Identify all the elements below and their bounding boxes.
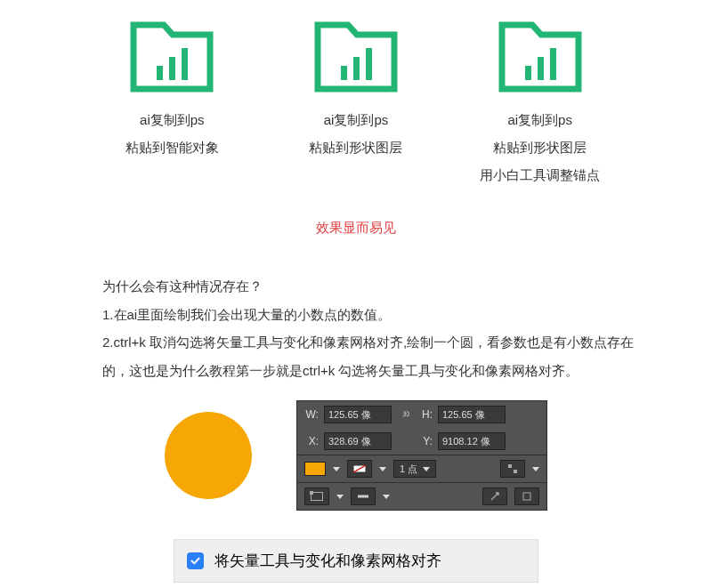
example-label: 粘贴到智能对象: [125, 140, 219, 157]
example-label: ai复制到ps: [324, 112, 389, 129]
panel-illustration-row: W: 125.65 像 H: 125.65 像 X: 328.69 像 Y: 9…: [0, 400, 712, 511]
link-icon[interactable]: [397, 406, 413, 423]
checkbox-label: 将矢量工具与变化和像素网格对齐: [214, 551, 441, 571]
h-value[interactable]: 125.65 像: [438, 406, 506, 423]
svg-rect-6: [525, 66, 531, 80]
svg-rect-7: [538, 57, 544, 80]
example-label: 粘贴到形状图层: [493, 140, 587, 157]
w-label: W:: [304, 408, 319, 421]
align-button[interactable]: [500, 460, 525, 478]
y-value[interactable]: 9108.12 像: [438, 432, 506, 450]
example-label: 用小白工具调整锚点: [480, 167, 600, 184]
chevron-down-icon[interactable]: [336, 495, 344, 499]
align-checkbox-setting[interactable]: 将矢量工具与变化和像素网格对齐: [174, 539, 538, 583]
example-label: ai复制到ps: [507, 112, 572, 129]
chevron-down-icon[interactable]: [532, 467, 539, 471]
corner-type-button[interactable]: [304, 487, 329, 505]
effect-note: 效果显而易见: [0, 220, 712, 237]
panel-icon-1[interactable]: [482, 487, 507, 505]
w-value[interactable]: 125.65 像: [324, 406, 392, 423]
profile-button[interactable]: [351, 487, 376, 505]
explanation-body: 为什么会有这种情况存在？ 1.在ai里面绘制我们会出现大量的小数点的数值。 2.…: [0, 272, 712, 384]
h-label: H:: [418, 408, 433, 421]
example-col-1: ai复制到ps 粘贴到智能对象: [83, 21, 261, 195]
example-label: ai复制到ps: [140, 112, 205, 129]
svg-rect-1: [169, 57, 175, 80]
svg-rect-5: [366, 48, 372, 80]
orange-circle-sample: [165, 412, 252, 499]
ai-transform-panel: W: 125.65 像 H: 125.65 像 X: 328.69 像 Y: 9…: [296, 400, 547, 511]
x-value[interactable]: 328.69 像: [324, 432, 392, 450]
svg-rect-11: [508, 464, 512, 468]
panel-icon-2[interactable]: [514, 487, 539, 505]
body-point-2: 2.ctrl+k 取消勾选将矢量工具与变化和像素网格对齐,绘制一个圆，看参数也是…: [102, 328, 641, 384]
chevron-down-icon[interactable]: [379, 467, 386, 471]
svg-rect-12: [514, 470, 517, 473]
fill-swatch[interactable]: [304, 462, 326, 476]
folder-chart-icon: [498, 21, 582, 93]
example-col-2: ai复制到ps 粘贴到形状图层: [267, 21, 445, 195]
svg-rect-8: [550, 48, 556, 80]
example-label: 粘贴到形状图层: [309, 140, 402, 157]
folder-chart-icon: [130, 21, 214, 93]
example-col-3: ai复制到ps 粘贴到形状图层 用小白工具调整锚点: [451, 21, 629, 195]
x-label: X:: [304, 435, 319, 447]
chevron-down-icon: [423, 467, 430, 471]
body-point-1: 1.在ai里面绘制我们会出现大量的小数点的数值。: [102, 301, 641, 329]
folder-chart-icon: [314, 21, 398, 93]
svg-rect-0: [157, 66, 163, 80]
checkbox-checked-icon[interactable]: [187, 552, 204, 569]
examples-row: ai复制到ps 粘贴到智能对象 ai复制到ps 粘贴到形状图层 ai复制到ps …: [0, 0, 712, 195]
stroke-size-select[interactable]: 1 点: [393, 460, 436, 478]
y-label: Y:: [418, 435, 433, 447]
body-question: 为什么会有这种情况存在？: [102, 272, 641, 301]
svg-rect-14: [523, 493, 530, 500]
svg-rect-4: [353, 57, 360, 80]
svg-rect-2: [182, 48, 188, 80]
chevron-down-icon[interactable]: [333, 467, 340, 471]
svg-rect-3: [341, 66, 347, 80]
chevron-down-icon[interactable]: [383, 495, 390, 499]
no-stroke-button[interactable]: [347, 460, 372, 478]
